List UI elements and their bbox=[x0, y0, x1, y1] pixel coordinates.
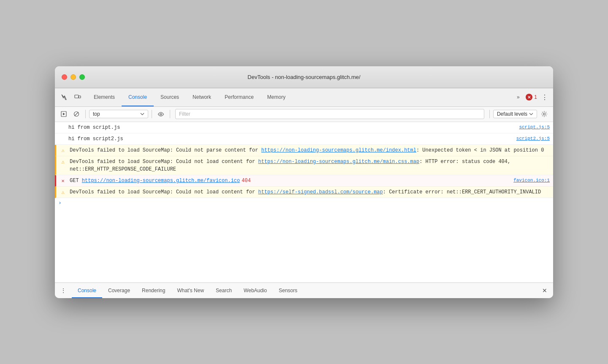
inspect-icon[interactable] bbox=[58, 91, 70, 103]
console-output: hi from script.js script.js:5 hi from sc… bbox=[55, 122, 553, 283]
drawer-tab-search[interactable]: Search bbox=[210, 283, 238, 298]
warning-link[interactable]: https://non-loading-sourcemaps.glitch.me… bbox=[261, 147, 416, 153]
console-error-line: ✕ GET https://non-loading-sourcemaps.gli… bbox=[55, 175, 553, 187]
minimize-button[interactable] bbox=[71, 74, 76, 80]
clear-console-button[interactable] bbox=[71, 109, 82, 120]
drawer-tab-console[interactable]: Console bbox=[72, 283, 102, 298]
filter-input[interactable] bbox=[175, 109, 484, 119]
separator2 bbox=[152, 110, 152, 118]
error-badge-icon: ✕ bbox=[526, 94, 532, 101]
error-icon: ✕ bbox=[60, 178, 66, 185]
main-tabs: Elements Console Sources Network Perform… bbox=[87, 88, 513, 106]
error-code: 404 bbox=[242, 178, 251, 184]
console-warning-line: ⚠ DevTools failed to load SourceMap: Cou… bbox=[55, 145, 553, 156]
console-log-line: hi from script.js script.js:5 bbox=[55, 122, 553, 133]
traffic-lights bbox=[62, 74, 85, 80]
device-toggle-icon[interactable] bbox=[72, 91, 84, 103]
console-toolbar: top Default levels bbox=[55, 107, 553, 122]
warning-icon: ⚠ bbox=[60, 189, 66, 196]
drawer-tab-coverage[interactable]: Coverage bbox=[102, 283, 136, 298]
drawer-tab-whats-new[interactable]: What's New bbox=[171, 283, 210, 298]
tab-bar: Elements Console Sources Network Perform… bbox=[55, 88, 553, 107]
close-drawer-button[interactable]: ✕ bbox=[540, 285, 550, 296]
tab-console[interactable]: Console bbox=[122, 88, 154, 106]
eye-icon[interactable] bbox=[155, 109, 166, 120]
console-log-line: hi from script2.js script2.js:5 bbox=[55, 133, 553, 145]
console-warning-line: ⚠ DevTools failed to load SourceMap: Cou… bbox=[55, 156, 553, 175]
warning-icon: ⚠ bbox=[60, 159, 66, 166]
devtools-window: DevTools - non-loading-sourcemaps.glitch… bbox=[55, 66, 553, 298]
maximize-button[interactable] bbox=[79, 74, 85, 80]
svg-line-5 bbox=[75, 112, 79, 116]
tabbar-right: » ✕ 1 ⋮ bbox=[513, 92, 550, 102]
toolbar-icons bbox=[58, 91, 84, 103]
window-title: DevTools - non-loading-sourcemaps.glitch… bbox=[247, 74, 360, 80]
source-link[interactable]: favicon.ico:1 bbox=[513, 177, 550, 184]
drawer-more-button[interactable]: ⋮ bbox=[58, 285, 68, 296]
drawer-tab-sensors[interactable]: Sensors bbox=[273, 283, 303, 298]
error-link[interactable]: https://non-loading-sourcemaps.glitch.me… bbox=[82, 178, 240, 184]
context-selector[interactable]: top bbox=[89, 110, 148, 118]
tab-memory[interactable]: Memory bbox=[261, 88, 292, 106]
separator bbox=[85, 110, 86, 118]
error-badge: ✕ 1 bbox=[526, 94, 537, 101]
separator3 bbox=[170, 110, 170, 118]
settings-button[interactable] bbox=[539, 109, 550, 120]
warning-link[interactable]: https://non-loading-sourcemaps.glitch.me… bbox=[258, 159, 419, 165]
tab-performance[interactable]: Performance bbox=[218, 88, 261, 106]
close-button[interactable] bbox=[62, 74, 67, 80]
drawer-tab-webaudio[interactable]: WebAudio bbox=[238, 283, 273, 298]
more-tabs-button[interactable]: » bbox=[513, 92, 523, 102]
tab-network[interactable]: Network bbox=[186, 88, 218, 106]
drawer-tab-bar: ⋮ Console Coverage Rendering What's New … bbox=[55, 283, 553, 298]
warning-icon: ⚠ bbox=[60, 147, 66, 154]
log-levels-button[interactable]: Default levels bbox=[493, 110, 537, 118]
tab-sources[interactable]: Sources bbox=[154, 88, 186, 106]
prompt-arrow-icon: › bbox=[58, 200, 62, 206]
console-prompt[interactable]: › bbox=[55, 198, 553, 208]
svg-rect-0 bbox=[75, 95, 79, 98]
svg-point-6 bbox=[160, 113, 162, 115]
more-options-button[interactable]: ⋮ bbox=[540, 92, 550, 102]
source-link[interactable]: script.js:5 bbox=[519, 124, 550, 131]
drawer-tab-rendering[interactable]: Rendering bbox=[136, 283, 171, 298]
bottom-drawer: ⋮ Console Coverage Rendering What's New … bbox=[55, 283, 553, 298]
separator4 bbox=[489, 110, 490, 118]
titlebar: DevTools - non-loading-sourcemaps.glitch… bbox=[55, 66, 553, 88]
svg-marker-3 bbox=[63, 113, 65, 115]
svg-point-7 bbox=[543, 113, 546, 115]
tab-elements[interactable]: Elements bbox=[87, 88, 122, 106]
run-script-button[interactable] bbox=[58, 109, 69, 120]
svg-rect-1 bbox=[79, 96, 81, 98]
console-warning-line: ⚠ DevTools failed to load SourceMap: Cou… bbox=[55, 187, 553, 198]
source-link[interactable]: script2.js:5 bbox=[516, 135, 550, 142]
warning-link[interactable]: https://self-signed.badssl.com/source.ma… bbox=[258, 189, 383, 195]
